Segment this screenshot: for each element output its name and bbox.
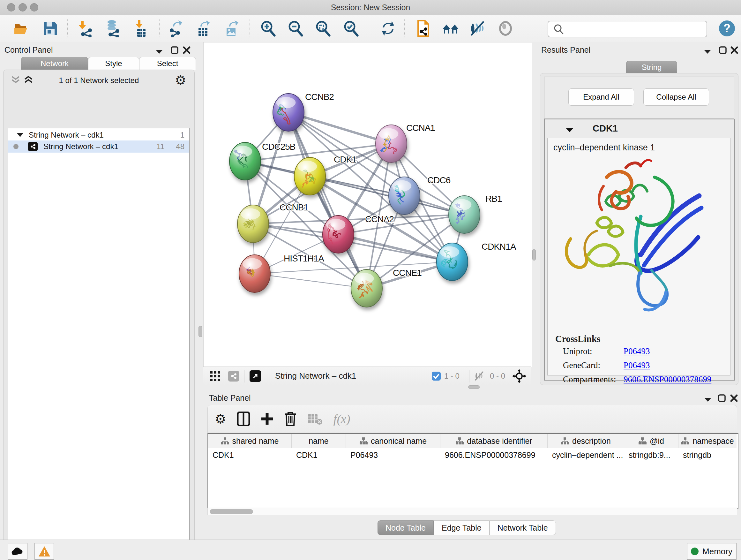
network-node-CCNB1[interactable] (238, 205, 269, 243)
network-graph[interactable]: CCNB2CCNA1CDC25BCDK1CDC6RB1CCNB1CCNA2CDK… (204, 43, 532, 367)
right-splitter-handle[interactable] (532, 249, 536, 260)
help-button[interactable]: ? (716, 17, 738, 39)
export-network-button[interactable] (165, 17, 187, 39)
tab-select[interactable]: Select (139, 57, 196, 70)
zoom-out-icon (286, 19, 305, 37)
column-header[interactable]: description (548, 434, 624, 448)
network-node-CDC6[interactable] (389, 177, 420, 214)
hide-show-graphics-button[interactable] (467, 17, 488, 39)
string-view-icon[interactable] (228, 371, 239, 381)
network-node-CCNE1[interactable] (351, 269, 382, 307)
network-node-CDKN1A[interactable] (436, 243, 468, 281)
tab-network-table[interactable]: Network Table (489, 520, 556, 535)
panel-float-icon[interactable] (719, 46, 727, 54)
expand-all-button[interactable]: Expand All (568, 88, 634, 106)
right-splitter[interactable] (531, 42, 536, 389)
houses-button[interactable] (440, 17, 461, 39)
first-neighbors-button[interactable] (412, 17, 434, 39)
panel-float-icon[interactable] (171, 46, 179, 54)
collapse-all-networks-icon[interactable] (11, 75, 20, 84)
panel-float-icon[interactable] (718, 394, 726, 402)
warnings-button[interactable] (35, 543, 54, 560)
cell-name: CDK1 (292, 448, 346, 462)
network-node-CCNB2[interactable] (273, 94, 304, 131)
search-box[interactable] (548, 21, 707, 37)
birdseye-toggle-button[interactable] (495, 17, 516, 39)
zoom-selected-button[interactable] (340, 17, 362, 39)
panel-collapse-icon[interactable] (703, 49, 712, 54)
detach-view-icon[interactable] (250, 370, 261, 382)
panel-collapse-icon[interactable] (155, 49, 163, 54)
panel-close-icon[interactable] (730, 46, 738, 54)
column-header[interactable]: canonical name (346, 434, 441, 448)
network-node-CDK1[interactable] (294, 158, 326, 195)
left-splitter[interactable] (197, 42, 203, 540)
fit-content-crosshair-icon[interactable] (512, 369, 526, 383)
node-label-CDC6: CDC6 (427, 175, 451, 185)
tab-style[interactable]: Style (88, 57, 139, 70)
network-options-gear-icon[interactable]: ⚙ (175, 73, 186, 87)
selected-checkbox-icon[interactable] (431, 371, 441, 381)
network-view-canvas[interactable]: CCNB2CCNA1CDC25BCDK1CDC6RB1CCNB1CCNA2CDK… (203, 42, 532, 367)
collapse-all-button[interactable]: Collapse All (643, 88, 709, 106)
import-table-from-file-button[interactable] (130, 17, 152, 39)
memory-button[interactable]: Memory (687, 543, 737, 560)
zoom-out-button[interactable] (285, 17, 307, 39)
tab-network[interactable]: Network (21, 57, 88, 70)
grid-view-icon[interactable] (210, 371, 220, 381)
crosslink-value[interactable]: P06493 (623, 347, 650, 361)
column-header[interactable]: name (292, 434, 346, 448)
left-splitter-handle[interactable] (199, 326, 202, 337)
node-label-CDKN1A: CDKN1A (482, 242, 516, 252)
add-column-icon[interactable] (261, 413, 273, 425)
crosslink-label: GeneCard: (563, 361, 623, 374)
export-table-button[interactable] (193, 17, 214, 39)
panel-close-icon[interactable] (183, 46, 191, 54)
import-network-from-database-button[interactable] (102, 17, 123, 39)
zoom-fit-button[interactable] (312, 17, 334, 39)
bottom-splitter-handle[interactable] (468, 385, 480, 389)
collection-expand-icon[interactable] (17, 132, 23, 138)
panel-collapse-icon[interactable] (704, 397, 712, 402)
import-network-from-file-button[interactable] (74, 17, 96, 39)
column-header[interactable]: database identifier (441, 434, 548, 448)
crosslink-value[interactable]: P06493 (623, 361, 650, 374)
network-node-HIST1H1A[interactable] (239, 255, 270, 293)
table-settings-gear-icon[interactable]: ⚙ (215, 412, 226, 426)
network-row[interactable]: String Network – cdk1 11 48 (8, 140, 189, 152)
save-session-button[interactable] (40, 17, 61, 39)
column-header[interactable]: @id (624, 434, 678, 448)
delete-column-icon[interactable] (284, 412, 296, 426)
search-input[interactable] (566, 22, 706, 36)
panel-close-icon[interactable] (730, 394, 738, 402)
refresh-view-button[interactable] (377, 17, 399, 39)
network-collection-row[interactable]: String Network – cdk1 1 (8, 128, 189, 140)
scrollbar-thumb[interactable] (210, 509, 253, 514)
cloud-button[interactable] (8, 543, 27, 560)
tab-string[interactable]: String (626, 61, 677, 74)
export-image-button[interactable] (221, 17, 243, 39)
table-row[interactable]: CDK1 CDK1 P06493 9606.ENSP00000378699 cy… (208, 448, 738, 462)
network-node-CCNA2[interactable] (323, 215, 354, 253)
zoom-in-button[interactable] (257, 17, 279, 39)
eye-slash-icon (468, 19, 486, 37)
results-panel-title: Results Panel (541, 45, 590, 55)
tab-edge-table[interactable]: Edge Table (434, 520, 489, 535)
show-columns-icon[interactable] (237, 412, 250, 426)
gene-collapse-icon[interactable] (565, 128, 574, 133)
column-header[interactable]: shared name (208, 434, 292, 448)
crosslink-value[interactable]: 9606.ENSP00000378699 (623, 374, 711, 388)
open-session-button[interactable] (11, 17, 32, 39)
table-tabs: Node TableEdge TableNetwork Table (378, 520, 556, 535)
table-horizontal-scrollbar[interactable] (207, 508, 737, 515)
crosslink-label: Uniprot: (563, 347, 623, 361)
status-bar: Memory (0, 540, 741, 560)
node-label-RB1: RB1 (485, 194, 502, 204)
expand-all-networks-icon[interactable] (23, 75, 33, 84)
column-header[interactable]: namespace (678, 434, 737, 448)
node-table[interactable]: shared name name canonical name database… (207, 433, 738, 509)
network-node-CDC25B[interactable] (229, 142, 261, 180)
network-node-RB1[interactable] (449, 196, 480, 233)
tab-node-table[interactable]: Node Table (378, 520, 434, 535)
network-node-CCNA1[interactable] (376, 125, 407, 163)
